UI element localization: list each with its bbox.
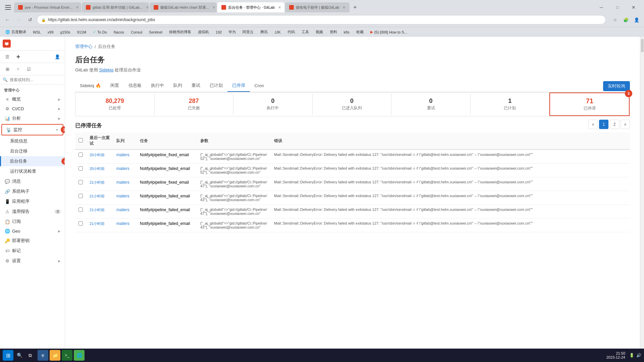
maximize-btn[interactable]: □: [610, 2, 625, 12]
browser-tab-bg-jobs[interactable]: 后台任务 · 管理中心 · GitLab ✕: [217, 2, 284, 12]
tab-sidekiq[interactable]: Sidekiq 🔥: [75, 80, 106, 92]
row-checkbox-2[interactable]: [78, 180, 83, 184]
bookmark-favorites[interactable]: 收藏: [354, 29, 366, 35]
row-checkbox-3[interactable]: [78, 194, 83, 198]
new-tab-button[interactable]: +: [350, 3, 360, 12]
forward-btn[interactable]: →: [14, 15, 23, 24]
sidebar-item-orders[interactable]: 📋 订阅: [0, 217, 65, 227]
page-next-btn[interactable]: »: [621, 120, 630, 129]
select-all-checkbox[interactable]: [78, 138, 83, 142]
row-checkbox-1[interactable]: [78, 166, 83, 171]
sidebar-item-migration[interactable]: 后台迁移: [0, 146, 65, 156]
scrollbar-thumb[interactable]: [641, 39, 644, 52]
start-btn[interactable]: ⊞: [3, 350, 13, 361]
bookmark-911m[interactable]: 911M: [74, 29, 89, 35]
page-1-btn[interactable]: 1: [599, 120, 608, 129]
search-taskbar-btn[interactable]: 🔍: [15, 351, 24, 360]
taskview-btn[interactable]: ⧉: [25, 351, 35, 360]
refresh-btn[interactable]: ↺: [25, 15, 35, 24]
page-2-btn[interactable]: 2: [610, 120, 619, 129]
bookmark-jjk[interactable]: JJK: [272, 29, 283, 35]
realtime-poll-btn[interactable]: 实时轮询: [603, 81, 630, 91]
page-prev-btn[interactable]: «: [588, 120, 598, 129]
browser-tab-gitlab-mail[interactable]: gitlab 应用 邮件功能 | GitLab... ✕: [82, 2, 149, 12]
sidebar-profile-btn[interactable]: 👤: [53, 52, 62, 61]
search-input[interactable]: [10, 77, 62, 82]
sidekiq-link[interactable]: Sidekiq: [99, 67, 114, 72]
bookmark-x99[interactable]: x99: [45, 29, 56, 35]
tab-scheduled[interactable]: 已计划: [205, 80, 227, 92]
bookmark-nacos[interactable]: Nacos: [111, 29, 127, 35]
tab-dead[interactable]: 已停滞: [227, 80, 250, 92]
sidebar-item-bg-jobs[interactable]: 后台任务: [0, 156, 65, 166]
row-checkbox-0[interactable]: [78, 153, 83, 157]
breadcrumb-parent[interactable]: 管理中心: [75, 44, 93, 50]
tab-close-1[interactable]: ✕: [76, 5, 79, 10]
tab-running[interactable]: 执行中: [146, 80, 169, 92]
address-input[interactable]: 🔒 https://gitlab.test.helm.xuxiaowei.cn/…: [37, 15, 606, 24]
bookmark-todo[interactable]: ✓ To Do: [90, 29, 110, 35]
sidebar-item-messages[interactable]: 💬 消息: [0, 176, 65, 186]
sidebar-item-hooks[interactable]: 🔗 系统钩子: [0, 186, 65, 196]
bookmark-code[interactable]: 代码: [285, 29, 298, 35]
sidebar-item-cicd[interactable]: ⚙ CI/CD ▶: [0, 104, 65, 113]
sidebar-merge-icon[interactable]: ⑂: [13, 64, 23, 74]
sidebar-item-analytics[interactable]: 📊 分析 ▶: [0, 113, 65, 123]
browser-tab-receive-email[interactable]: 接收电子邮件 | 极狐GitLab ✕: [285, 2, 350, 12]
sidebar-item-apps[interactable]: 📱 应用程序: [0, 196, 65, 206]
tab-close-5[interactable]: ✕: [342, 5, 345, 10]
close-btn[interactable]: ✕: [626, 2, 641, 12]
profile-icon[interactable]: 👤: [632, 15, 641, 24]
bookmark-g150s[interactable]: g150s: [58, 29, 73, 35]
bookmark-wsl[interactable]: WSL: [30, 29, 44, 35]
taskbar-edge-icon[interactable]: e: [38, 350, 48, 361]
tab-close-4[interactable]: ✕: [278, 5, 281, 10]
row-checkbox-4[interactable]: [78, 207, 83, 212]
taskbar-terminal-icon[interactable]: >_: [62, 350, 72, 361]
row-checkbox-5[interactable]: [78, 221, 83, 226]
tab-idle[interactable]: 闲置: [106, 80, 124, 92]
bookmark-star-icon[interactable]: ☆: [610, 15, 620, 24]
sidebar-item-labels[interactable]: 🏷 标记: [0, 246, 65, 256]
bookmark-vm[interactable]: 虚拟机: [195, 29, 212, 35]
back-btn[interactable]: ←: [3, 15, 12, 24]
sidebar-item-overview[interactable]: ≡ 概览 ▶: [0, 94, 65, 104]
gitlab-logo[interactable]: [3, 40, 11, 48]
bookmark-blog[interactable]: 徐晓伟的博客: [166, 29, 194, 35]
taskbar-folder-icon[interactable]: 📁: [50, 350, 60, 361]
tab-retry[interactable]: 重试: [187, 80, 205, 92]
bookmark-tools[interactable]: 工具: [299, 29, 312, 35]
tab-dashboard[interactable]: 信息板: [124, 80, 146, 92]
bookmark-sentinel[interactable]: Sentinel: [146, 29, 165, 35]
bookmark-192[interactable]: 192: [213, 29, 224, 35]
sidebar-home-icon[interactable]: ⊞: [3, 64, 12, 74]
browser-tab-pve[interactable]: pve - Proxmox Virtual Envir... ✕: [14, 2, 81, 12]
bookmark-huawei[interactable]: 华为: [226, 29, 238, 35]
sidebar-item-geo[interactable]: 🌐 Geo ▶: [0, 227, 65, 236]
minimize-btn[interactable]: ─: [594, 2, 609, 12]
tab-queues[interactable]: 队列: [169, 80, 187, 92]
bookmark-aliyun[interactable]: 阿里云: [240, 29, 256, 35]
sidebar-hamburger-btn[interactable]: ☰: [3, 52, 12, 61]
tab-close-2[interactable]: ✕: [146, 5, 149, 10]
bookmark-consul[interactable]: Consul: [128, 29, 145, 35]
tab-cron[interactable]: Cron: [250, 80, 269, 92]
browser-menu-btn[interactable]: [3, 3, 13, 12]
browser-tab-helm[interactable]: 极狐GitLab Helm chart 部署... ✕: [150, 2, 217, 12]
sidebar-todo-icon[interactable]: ☑: [24, 64, 34, 74]
bookmark-fanyi[interactable]: 🌐 百度翻译: [3, 29, 29, 35]
sidebar-new-btn[interactable]: ✚: [13, 52, 23, 61]
sidebar-item-settings[interactable]: ⚙ 设置 ▶: [0, 256, 65, 266]
bookmark-008[interactable]: ▶ (5) [008] How to S...: [368, 29, 410, 35]
tab-close-3[interactable]: ✕: [212, 5, 215, 10]
taskbar-chrome-icon[interactable]: 🌐: [74, 350, 85, 361]
sidebar-item-deploy-keys[interactable]: 🔑 部署密钥: [0, 236, 65, 246]
bookmark-data[interactable]: 资料: [327, 29, 340, 35]
extensions-icon[interactable]: 🧩: [621, 15, 631, 24]
bookmark-video[interactable]: 视频: [313, 29, 326, 35]
scrollbar[interactable]: [640, 37, 644, 362]
bookmark-tencent[interactable]: 腾讯: [258, 29, 270, 35]
sidebar-item-sysinfo[interactable]: 系统信息: [0, 136, 65, 146]
sidebar-item-monitoring[interactable]: 📡 监控 ▼: [1, 124, 63, 135]
sidebar-search[interactable]: 🔍: [0, 75, 65, 84]
